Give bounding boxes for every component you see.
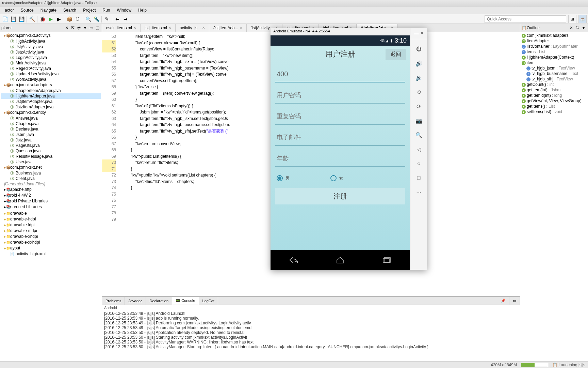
outline-tree[interactable]: ●com.jxmnksxt.adaptersCItemAdapter○listC… <box>520 32 588 361</box>
form-input[interactable] <box>275 87 405 104</box>
submit-button[interactable]: 注册 <box>275 188 405 204</box>
editor-tab[interactable]: csqk_item.xml✕ <box>102 24 141 32</box>
view-menu-icon[interactable]: ▾ <box>82 25 88 31</box>
volume-down-icon[interactable]: 🔉 <box>414 73 423 82</box>
tree-item[interactable]: ⒿClient.java <box>1 176 101 181</box>
tree-item[interactable]: ▸📁drawable <box>1 211 101 216</box>
java-perspective-button[interactable]: ☕ <box>578 15 587 23</box>
build-button[interactable]: 🔨 <box>28 15 36 23</box>
more-icon[interactable]: ⋯ <box>414 188 423 197</box>
close-icon[interactable]: ✕ <box>133 26 136 30</box>
tree-item[interactable]: ⒿJstzActivity.java <box>1 49 101 55</box>
tree-item[interactable]: ⒿWorkActivity.java <box>1 77 101 82</box>
maximize-icon[interactable]: ▢ <box>94 25 100 31</box>
menu-search[interactable]: Search <box>60 7 80 14</box>
menu-window[interactable]: Window <box>114 7 135 14</box>
console-display-icon[interactable]: ▭ <box>509 297 520 305</box>
tree-item[interactable]: ▸📚roid 4.4W.2 <box>1 193 101 198</box>
volume-up-icon[interactable]: 🔊 <box>414 59 423 68</box>
tree-item[interactable]: [Generated Java Files] <box>1 181 101 187</box>
rotate-right-icon[interactable]: ⟳ <box>414 102 423 111</box>
nav-recent-icon[interactable] <box>380 255 394 265</box>
nav-overview-side-icon[interactable]: □ <box>414 173 423 182</box>
close-icon[interactable]: ✕ <box>64 25 70 31</box>
outline-item[interactable]: ○tv_hjgb_jsxm : TextView <box>521 65 587 71</box>
open-type-button[interactable]: 🔍 <box>84 15 92 23</box>
tree-item[interactable]: ⒿMainActivity.java <box>1 60 101 66</box>
tree-item[interactable]: ⒿJstzItemAdapter.java <box>1 104 101 110</box>
toggle-mark-button[interactable]: ✎ <box>103 15 111 23</box>
form-input[interactable] <box>275 151 405 167</box>
save-button[interactable]: 💾 <box>10 15 17 23</box>
back-button[interactable]: ⬅ <box>114 15 121 23</box>
tree-item[interactable]: ⒿJsbm.java <box>1 132 101 137</box>
nav-back-side-icon[interactable]: ◁ <box>414 145 423 154</box>
tree-item[interactable]: ⒿHjgbItemAdapter.java <box>1 93 101 99</box>
outline-item[interactable]: ●HjgbItemAdapter(Context) <box>521 55 587 60</box>
tree-item[interactable]: ▸📁drawable-xxhdpi <box>1 240 101 245</box>
zoom-icon[interactable]: 🔍 <box>414 131 423 139</box>
close-icon[interactable]: ✕ <box>568 25 574 31</box>
tree-item[interactable]: ▸📁drawable-ldpi <box>1 222 101 228</box>
run-last-button[interactable]: ▶ <box>55 15 63 23</box>
tree-item[interactable]: ⒿBusiness.java <box>1 170 101 176</box>
outline-item[interactable]: ●getItem(int) : Jsbm <box>521 87 587 93</box>
nav-home-icon[interactable] <box>333 255 347 265</box>
tree-item[interactable]: ▸📦com.jxmnksxt.activitys <box>1 33 101 39</box>
tree-item[interactable]: ⒿUpdateUserActivity.java <box>1 71 101 77</box>
forward-button[interactable]: ➡ <box>122 15 129 23</box>
outline-item[interactable]: ●setItems(List) : void <box>521 109 587 114</box>
tree-item[interactable]: ▸📁drawable-hdpi <box>1 216 101 222</box>
new-button[interactable]: 📄 <box>1 15 9 23</box>
outline-item[interactable]: ○listContainer : LayoutInflater <box>521 44 587 49</box>
outline-item[interactable]: ●getView(int, View, ViewGroup) <box>521 98 587 104</box>
outline-item[interactable]: ●com.jxmnksxt.adapters <box>521 33 587 38</box>
tree-item[interactable]: ▸📁ayout <box>1 245 101 251</box>
package-explorer-tree[interactable]: ▸📦com.jxmnksxt.activitysⒿHjgbActivity.ja… <box>0 32 102 361</box>
tree-item[interactable]: ⒿLoginActivity.java <box>1 55 101 60</box>
tree-item[interactable]: ⒿAnswer.java <box>1 116 101 121</box>
tree-item[interactable]: ⒿRegeditActivity.java <box>1 66 101 71</box>
tree-item[interactable]: ⒿJstjItemAdapter.java <box>1 99 101 104</box>
search-button[interactable]: 🔦 <box>93 15 100 23</box>
sort-icon[interactable]: ⇅ <box>574 25 581 31</box>
console-body[interactable]: [2016-12-25 23:53:49 - jsjjs] Android La… <box>102 310 520 361</box>
tree-item[interactable]: ⒿChapterItemAdapter.java <box>1 88 101 93</box>
close-icon[interactable]: ✕ <box>168 26 171 30</box>
radio-male[interactable]: 男 <box>277 175 290 181</box>
run-button[interactable]: ▶ <box>47 15 54 23</box>
minimize-icon[interactable]: ▭ <box>88 25 94 31</box>
link-editor-icon[interactable]: ⇄ <box>76 25 82 31</box>
bottom-tab-console[interactable]: 📟 Console <box>172 297 199 305</box>
camera-icon[interactable]: 📷 <box>414 116 423 125</box>
outline-item[interactable]: ●getItemId(int) : long <box>521 93 587 98</box>
tree-item[interactable]: ▸📚roid Private Libraries <box>1 198 101 204</box>
power-icon[interactable]: ⏻ <box>414 45 423 53</box>
tree-item[interactable]: ⒿJstz.java <box>1 137 101 143</box>
outline-item[interactable]: ○tv_hjgb_busername : Text <box>521 71 587 76</box>
menu-run[interactable]: Run <box>99 7 113 14</box>
console-pin-icon[interactable]: 📌 <box>497 297 509 305</box>
outline-item[interactable]: CItemAdapter <box>521 38 587 44</box>
menu-help[interactable]: Help <box>135 7 150 14</box>
tree-item[interactable]: ⒿQuestion.java <box>1 148 101 154</box>
new-class-button[interactable]: © <box>74 15 81 23</box>
bottom-tab-declaration[interactable]: Declaration <box>146 297 172 305</box>
tree-item[interactable]: ⒿPageUtil.java <box>1 143 101 148</box>
bottom-tab-javadoc[interactable]: Javadoc <box>125 297 146 305</box>
editor-tab[interactable]: jstj_item.xml✕ <box>141 24 176 32</box>
outline-item[interactable]: ●getCount() : int <box>521 82 587 87</box>
tree-item[interactable]: ▸📦com.jxmnksxt.net <box>1 165 101 170</box>
tree-item[interactable]: ▸📚apache.http <box>1 187 101 193</box>
tree-item[interactable]: ⒿUser.java <box>1 159 101 165</box>
outline-item[interactable]: ○tems : List <box>521 49 587 55</box>
tree-item[interactable]: ▸📁drawable-xhdpi <box>1 234 101 240</box>
quick-access-input[interactable] <box>485 15 566 23</box>
outline-item[interactable]: ●getItems() : List <box>521 104 587 109</box>
tree-item[interactable]: 📄activity_hjgb.xml <box>1 251 101 257</box>
nav-home-side-icon[interactable]: ○ <box>414 159 423 168</box>
menu-navigate[interactable]: Navigate <box>37 7 60 14</box>
form-input[interactable] <box>275 108 405 125</box>
debug-button[interactable]: 🐞 <box>39 15 46 23</box>
menu-source[interactable]: Source <box>17 7 37 14</box>
